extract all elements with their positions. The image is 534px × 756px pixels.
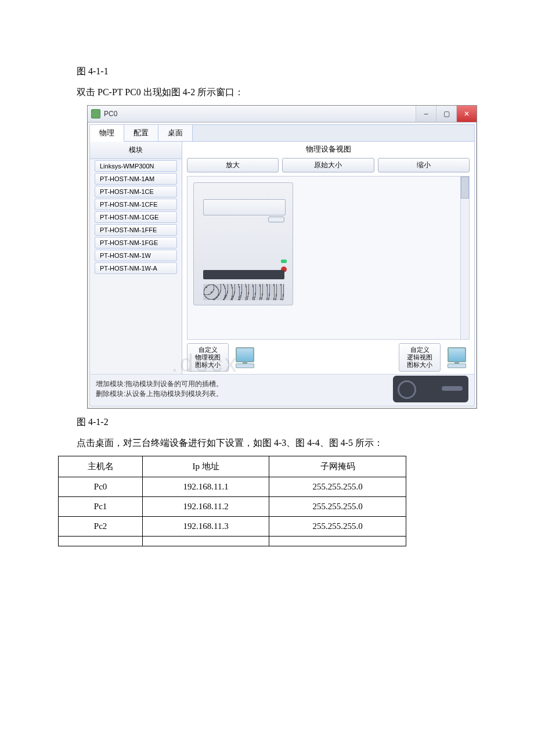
vertical-scrollbar[interactable] bbox=[460, 177, 469, 339]
tab-config[interactable]: 配置 bbox=[124, 125, 158, 141]
window-controls: – ▢ ✕ bbox=[416, 106, 477, 122]
pc-tower-graphic[interactable] bbox=[193, 182, 293, 305]
ip-config-table: 主机名 Ip 地址 子网掩码 Pc0 192.168.11.1 255.255.… bbox=[58, 456, 406, 546]
modules-panel: 模块 Linksys-WMP300N PT-HOST-NM-1AM PT-HOS… bbox=[90, 142, 182, 374]
figure-caption-411: 图 4-1-1 bbox=[58, 64, 476, 79]
hint-bar: 增加模块:拖动模块到设备的可用的插槽。 删除模块:从设备上拖动模块到模块列表。 bbox=[90, 374, 474, 406]
window-title: PC0 bbox=[104, 110, 117, 118]
zoom-out-button[interactable]: 缩小 bbox=[378, 158, 470, 172]
module-item[interactable]: PT-HOST-NM-1CE bbox=[95, 186, 177, 197]
cell-host: Pc1 bbox=[59, 497, 143, 517]
scrollbar-thumb[interactable] bbox=[461, 177, 469, 199]
app-icon bbox=[91, 109, 100, 118]
desc-paragraph: 点击桌面，对三台终端设备进行如下设置，如图 4-3、图 4-4、图 4-5 所示… bbox=[58, 435, 476, 451]
cell-host: Pc0 bbox=[59, 477, 143, 497]
cell-host: Pc2 bbox=[59, 517, 143, 537]
col-mask: 子网掩码 bbox=[269, 456, 406, 477]
cell-host bbox=[59, 537, 143, 546]
table-row: Pc2 192.168.11.3 255.255.255.0 bbox=[59, 517, 406, 537]
close-button[interactable]: ✕ bbox=[456, 106, 477, 122]
cell-mask: 255.255.255.0 bbox=[269, 517, 406, 537]
tab-physical[interactable]: 物理 bbox=[90, 125, 124, 142]
front-grill-icon bbox=[203, 284, 284, 300]
module-preview-graphic bbox=[393, 376, 468, 402]
col-host: 主机名 bbox=[59, 456, 143, 477]
module-item[interactable]: PT-HOST-NM-1FGE bbox=[95, 237, 177, 249]
table-row: Pc1 192.168.11.2 255.255.255.0 bbox=[59, 497, 406, 517]
module-item[interactable]: PT-HOST-NM-1FFE bbox=[95, 224, 177, 236]
figure-caption-412: 图 4-1-2 bbox=[58, 415, 476, 430]
custom-physical-block: 自定义 物理视图 图标大小 bbox=[187, 343, 258, 372]
col-ip: Ip 地址 bbox=[143, 456, 269, 477]
cell-ip: 192.168.11.3 bbox=[143, 517, 269, 537]
cell-ip: 192.168.11.1 bbox=[143, 477, 269, 497]
custom-logical-block: 自定义 逻辑视图 图标大小 bbox=[399, 343, 470, 372]
custom-logical-button[interactable]: 自定义 逻辑视图 图标大小 bbox=[399, 343, 441, 372]
modules-header: 模块 bbox=[90, 142, 182, 159]
maximize-button[interactable]: ▢ bbox=[436, 106, 456, 122]
pc-icon bbox=[232, 346, 258, 368]
zoom-in-button[interactable]: 放大 bbox=[187, 158, 279, 172]
table-header-row: 主机名 Ip 地址 子网掩码 bbox=[59, 456, 406, 477]
table-row: Pc0 192.168.11.1 255.255.255.0 bbox=[59, 477, 406, 497]
module-item[interactable]: PT-HOST-NM-1CFE bbox=[95, 199, 177, 210]
physical-view-title: 物理设备视图 bbox=[182, 142, 474, 158]
eject-button-icon bbox=[268, 217, 284, 222]
module-item[interactable]: PT-HOST-NM-1AM bbox=[95, 173, 177, 185]
zoom-original-button[interactable]: 原始大小 bbox=[282, 158, 374, 172]
window-body: 物理 配置 桌面 模块 Linksys-WMP300N PT-HOST-NM-1… bbox=[89, 124, 475, 406]
icon-size-row: 自定义 物理视图 图标大小 自定义 逻辑视图 图标大小 bbox=[182, 340, 474, 375]
module-item[interactable]: Linksys-WMP300N bbox=[95, 160, 177, 172]
hint-del-line: 删除模块:从设备上拖动模块到模块列表。 bbox=[96, 389, 223, 399]
cell-ip: 192.168.11.2 bbox=[143, 497, 269, 517]
hint-add-line: 增加模块:拖动模块到设备的可用的插槽。 bbox=[96, 379, 223, 389]
pc0-window: PC0 – ▢ ✕ 物理 配置 桌面 模块 Linksys-WMP300N PT… bbox=[87, 105, 477, 409]
window-titlebar: PC0 – ▢ ✕ bbox=[88, 106, 477, 123]
zoom-bar: 放大 原始大小 缩小 bbox=[182, 158, 474, 176]
cell-mask bbox=[269, 537, 406, 546]
custom-physical-button[interactable]: 自定义 物理视图 图标大小 bbox=[187, 343, 229, 372]
pc-icon bbox=[444, 346, 470, 368]
cell-ip bbox=[143, 537, 269, 546]
device-view-panel: 物理设备视图 放大 原始大小 缩小 bbox=[182, 142, 474, 374]
tab-content-physical: 模块 Linksys-WMP300N PT-HOST-NM-1AM PT-HOS… bbox=[90, 142, 474, 374]
modules-list: Linksys-WMP300N PT-HOST-NM-1AM PT-HOST-N… bbox=[90, 159, 182, 374]
table-row bbox=[59, 537, 406, 546]
module-item[interactable]: PT-HOST-NM-1W bbox=[95, 250, 177, 261]
hint-text: 增加模块:拖动模块到设备的可用的插槽。 删除模块:从设备上拖动模块到模块列表。 bbox=[96, 379, 223, 399]
device-area[interactable] bbox=[187, 176, 470, 339]
green-led-icon bbox=[281, 260, 287, 263]
cell-mask: 255.255.255.0 bbox=[269, 497, 406, 517]
minimize-button[interactable]: – bbox=[416, 106, 436, 122]
expansion-slot-icon bbox=[203, 270, 284, 279]
module-item[interactable]: PT-HOST-NM-1W-A bbox=[95, 262, 177, 274]
tab-bar: 物理 配置 桌面 bbox=[90, 125, 474, 142]
optical-drive-icon bbox=[203, 199, 286, 215]
intro-paragraph: 双击 PC-PT PC0 出现如图 4-2 所示窗口： bbox=[58, 85, 476, 100]
tab-desktop[interactable]: 桌面 bbox=[158, 125, 193, 141]
module-item[interactable]: PT-HOST-NM-1CGE bbox=[95, 211, 177, 223]
cell-mask: 255.255.255.0 bbox=[269, 477, 406, 497]
